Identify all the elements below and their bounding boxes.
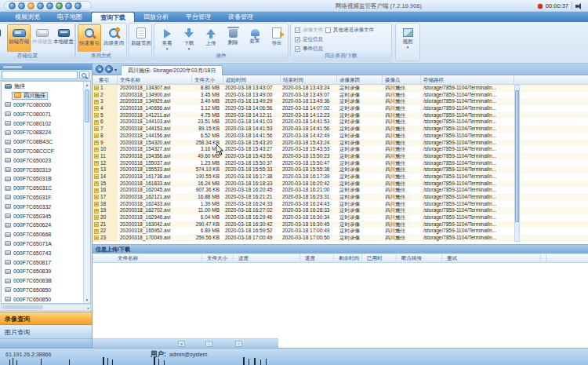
cell-end-time: 2020-03-18 15:43:53 [281, 146, 337, 153]
search-button[interactable] [79, 71, 89, 79]
sync-checkbox[interactable]: ✓录像文件 [295, 26, 323, 34]
device-item[interactable]: 000F7C650345 [2, 211, 90, 221]
device-item[interactable]: 000F7C08CCCF [2, 147, 90, 156]
checkbox-icon[interactable]: ✓ [295, 37, 300, 42]
panel-tool-icon-2[interactable]: □ [205, 341, 212, 347]
menu-tab[interactable]: 电子地图 [49, 12, 91, 22]
delete-button[interactable]: 删除 [222, 24, 244, 53]
view-op-button[interactable]: 查看▾ [156, 24, 178, 53]
column-header[interactable]: 结束时间 [281, 75, 337, 85]
device-item[interactable]: 000F7C65083B [2, 276, 90, 286]
export-button[interactable]: 导出 [266, 24, 288, 53]
device-item[interactable]: 000F7C650817 [2, 257, 90, 267]
device-item[interactable]: 000F7C65031C [2, 184, 90, 193]
sync-checkbox[interactable]: ✓定位信息 [295, 35, 323, 43]
device-icon[interactable] [37, 2, 44, 9]
device-item[interactable]: 000F7C650743 [2, 248, 90, 257]
connect-icon[interactable] [9, 2, 16, 9]
menu-tab[interactable]: 设备管理 [220, 12, 262, 22]
front-storage-button[interactable]: 前端存储 [7, 24, 31, 53]
scroll-right-icon[interactable]: ▸ [87, 305, 89, 311]
local-disk-button[interactable]: 本地硬盘 [53, 24, 74, 53]
menu-tab[interactable]: 平台管理 [177, 12, 220, 22]
column-header[interactable]: 文件大小 [192, 75, 223, 85]
device-item[interactable]: 000F7C65031F [2, 193, 90, 203]
device-item[interactable]: 000F7C650023 [2, 155, 90, 165]
column-header[interactable]: 存储路径 [421, 75, 514, 85]
menu-tab[interactable]: 回放分析 [135, 12, 177, 22]
device-item[interactable]: 000F7C650668 [2, 230, 90, 239]
column-header[interactable]: 文件名称 [118, 75, 192, 85]
scrollbar-thumb[interactable] [2, 305, 43, 309]
checkbox-icon[interactable]: ✓ [295, 46, 300, 52]
tree-selected-item[interactable]: 四川施佳 [2, 91, 90, 100]
nav-back-button[interactable]: ◂ [96, 65, 103, 73]
search-icon[interactable] [46, 2, 53, 9]
column-header[interactable]: 文件名称 [93, 254, 202, 263]
alarm-button[interactable]: 处警 [244, 24, 266, 53]
column-header[interactable]: 进度 [234, 254, 300, 263]
advanced-query-button[interactable]: 高级查询 [102, 24, 125, 53]
tree-vertical-scrollbar[interactable]: ▲ ▼ [83, 82, 90, 303]
tree-root-item[interactable]: 施佳 [2, 82, 90, 91]
device-item[interactable]: 000F7C65071A [2, 239, 90, 249]
external-disk-button[interactable]: 外接硬盘 [32, 24, 53, 53]
column-header[interactable]: 起始时间 [223, 75, 281, 85]
upload-button[interactable]: 上传 [200, 24, 222, 53]
device-item[interactable]: 000F7C080000 [2, 100, 90, 110]
column-header[interactable]: 已用时 [362, 254, 397, 263]
column-header[interactable]: 速度 [300, 254, 334, 263]
tick-mark [107, 358, 108, 365]
column-header[interactable]: 索引 [93, 75, 118, 85]
device-item[interactable]: 000F7C650839 [2, 267, 90, 276]
checkbox-icon[interactable] [325, 27, 331, 33]
scroll-up-icon[interactable]: ▲ [84, 82, 90, 88]
tree-horizontal-scrollbar[interactable]: ▸ [1, 304, 91, 311]
nav-dropdown-icon[interactable]: ▾ [114, 67, 117, 72]
column-header[interactable]: 剩余时间 [334, 254, 362, 263]
scrollbar-thumb[interactable] [85, 89, 89, 122]
table-vertical-scrollbar[interactable] [514, 85, 520, 242]
device-icon [5, 158, 11, 162]
device-item[interactable]: 000F7C080102 [2, 119, 90, 128]
scroll-down-icon[interactable]: ▼ [84, 297, 90, 303]
device-item[interactable]: 000F7C650332 [2, 202, 90, 211]
panel-tool-icon-3[interactable]: ○ [235, 341, 242, 347]
device-item[interactable]: 000F7C650850 [2, 286, 90, 295]
map-icon[interactable] [18, 2, 25, 9]
column-header[interactable]: 重试 [442, 254, 541, 263]
sync-checkbox[interactable]: ✓事件信息 [295, 45, 323, 53]
device-item[interactable]: 000F7C650624 [2, 221, 90, 230]
storage-center-button-clipped[interactable] [0, 24, 5, 53]
view-button[interactable]: 视图 ▾ [397, 24, 419, 53]
column-header[interactable]: 摄像点 [383, 75, 421, 85]
download-button[interactable]: 下载▾ [178, 24, 200, 53]
help-icon[interactable] [74, 2, 82, 9]
device-item[interactable]: 000F7C088224 [2, 128, 90, 137]
sync-checkbox[interactable]: 其他通道录像文件 [325, 26, 374, 34]
column-header[interactable]: 录像原因 [337, 75, 383, 85]
device-item[interactable]: 000F7C650850 [2, 294, 90, 304]
column-header[interactable]: 断点续传 [397, 254, 442, 263]
device-item[interactable]: 000F7C08B43C [2, 137, 90, 147]
device-item[interactable]: 000F7C650319 [2, 165, 90, 174]
menu-tab[interactable]: 查询下载 [91, 12, 135, 22]
save-icon[interactable] [27, 2, 34, 9]
document-tab[interactable]: 四川施佳: Storage/2020年03月/18日 [121, 65, 223, 75]
capture-icon[interactable] [65, 2, 72, 9]
quick-index-button[interactable]: 快速索引 [78, 24, 101, 53]
speaker-icon[interactable] [575, 2, 583, 9]
picture-query-button[interactable]: 图片查询 [0, 326, 92, 339]
monitor-icon[interactable] [56, 2, 63, 9]
scrollbar-thumb[interactable] [515, 90, 519, 222]
column-header[interactable]: 文件大小 [202, 254, 234, 263]
checkbox-icon[interactable]: ✓ [295, 27, 300, 33]
search-input[interactable] [2, 71, 78, 79]
device-item[interactable]: 000F7C080071 [2, 109, 90, 119]
device-item[interactable]: 000F7C65031B [2, 174, 90, 184]
panel-tool-icon-1[interactable]: ≡ [178, 341, 185, 347]
menu-tab[interactable]: 视频浏览 [6, 12, 49, 22]
nav-forward-button[interactable]: ▸ [105, 65, 113, 73]
record-query-button[interactable]: 录像查询 [0, 312, 92, 325]
new-page-button[interactable]: 新建页面 [130, 24, 152, 53]
